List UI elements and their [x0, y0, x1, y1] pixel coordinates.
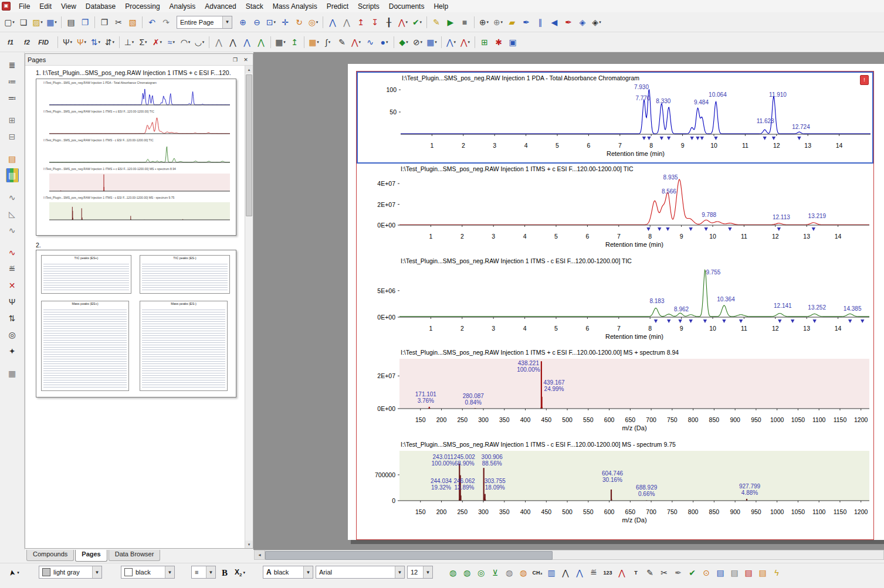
db-open-icon[interactable]: ◍ — [460, 566, 473, 580]
table-icon[interactable]: ▦ — [6, 366, 19, 380]
paste-icon[interactable]: ▧ — [126, 15, 139, 29]
print-preview-icon[interactable]: ❐ — [79, 15, 92, 29]
save-icon[interactable]: ▦▾ — [45, 15, 58, 29]
clean-structure-icon[interactable]: ✒ — [562, 15, 575, 29]
scrollbar-thumb[interactable] — [246, 74, 252, 216]
zoom-spectrum-icon[interactable]: ⊕▾ — [492, 15, 504, 29]
tab-data-browser[interactable]: Data Browser — [109, 550, 161, 561]
font-color-combo[interactable]: A black ▼ — [263, 566, 313, 579]
panel-tags-icon[interactable]: ≕ — [6, 91, 19, 105]
tic-neg-chromatogram-plot[interactable]: 12345678910111213145E+060E+008.1838.9629… — [357, 265, 871, 345]
peak-down-icon[interactable]: ↧ — [368, 15, 381, 29]
document-page[interactable]: I:\Test_Plugin...SMS_pos_neg.RAW Injecti… — [348, 64, 884, 540]
panel-list-icon[interactable]: ≔ — [6, 74, 19, 89]
font-size-combo[interactable]: 12 ▼ — [407, 566, 433, 579]
target-icon[interactable]: ◎ — [6, 328, 19, 342]
bold-button[interactable]: B — [218, 566, 232, 580]
ch3-label-icon[interactable]: CH₃ — [531, 566, 544, 580]
chart-pen-icon[interactable]: ✎ — [336, 35, 348, 49]
subtract-icon[interactable]: ◡▾ — [193, 35, 206, 49]
db-save-icon[interactable]: ◍ — [446, 566, 459, 580]
page-zoom-combo[interactable]: Entire Page ▼ — [177, 16, 232, 29]
threshold-icon[interactable]: ⊥▾ — [123, 35, 136, 49]
ms-pos-spectrum-plot[interactable]: 1502002503003504004505005506006507007508… — [357, 356, 871, 437]
tic-pos-chromatogram-plot[interactable]: 12345678910111213144E+072E+070E+008.5668… — [357, 173, 871, 254]
pan-icon[interactable]: ✛ — [279, 15, 292, 29]
peak-match-icon[interactable]: ⋀▾ — [397, 15, 409, 29]
smooth-icon[interactable]: ≈▾ — [165, 35, 178, 49]
export-word-icon[interactable]: ▤ — [728, 566, 741, 580]
stack-icon[interactable]: ≝ — [587, 566, 600, 580]
menu-item-scripts[interactable]: Scripts — [353, 1, 384, 12]
fill-color-combo[interactable]: light gray ▼ — [39, 566, 102, 579]
warning-badge[interactable]: ! — [860, 75, 869, 85]
scroll-down-icon[interactable]: ▾ — [245, 541, 253, 548]
zoom-in-icon[interactable]: ⊕ — [236, 15, 249, 29]
eraser-icon[interactable]: ▰ — [506, 15, 519, 29]
cut-icon[interactable]: ✂ — [112, 15, 125, 29]
zoom-structure-icon[interactable]: ⊕▾ — [477, 15, 490, 29]
scissors-icon[interactable]: ✂ — [658, 566, 670, 580]
sum-spectra-icon[interactable]: Σ▾ — [137, 35, 150, 49]
chart-panel-ms-pos[interactable]: I:\Test_Plugin...SMS_pos_neg.RAW Injecti… — [357, 347, 873, 439]
db-search-icon[interactable]: ◎ — [475, 566, 487, 580]
menu-item-database[interactable]: Database — [81, 1, 120, 12]
scroll-up-icon[interactable]: ▴ — [245, 66, 253, 73]
draw-icon[interactable]: ✒ — [672, 566, 685, 580]
menu-item-file[interactable]: File — [14, 1, 35, 12]
sort-peaks-icon[interactable]: ⇅▾ — [89, 35, 102, 49]
panel-grid-icon[interactable]: ⊟ — [6, 130, 19, 144]
tab-compounds[interactable]: Compounds — [26, 550, 74, 561]
peak-up-icon[interactable]: ↥ — [354, 15, 367, 29]
float-panel-icon[interactable]: ❐ — [231, 55, 240, 64]
settings-red-icon[interactable]: ✱ — [492, 35, 505, 49]
peaks-gray-icon[interactable]: ⋀ — [340, 15, 353, 29]
peaks-tall-icon[interactable]: ⋀ — [241, 35, 253, 49]
pen-tool-icon[interactable]: ✎ — [643, 566, 656, 580]
table-peaks-icon[interactable]: ▦▾ — [307, 35, 320, 49]
redo-icon[interactable]: ↷ — [160, 15, 172, 29]
export-report-icon[interactable]: ▤ — [714, 566, 727, 580]
page-item-1-label[interactable]: 1. I:\Test_Plugin...SMS_pos_neg.RAW Inje… — [36, 69, 240, 76]
benzene-ring-icon[interactable]: ◈ — [576, 15, 589, 29]
panel-curve-icon[interactable]: ∿ — [6, 191, 19, 205]
peaks-blue-icon[interactable]: ⋀ — [326, 15, 339, 29]
peaks-icon[interactable]: ⋀ — [559, 566, 572, 580]
realtime-icon[interactable]: ▦▾ — [274, 35, 287, 49]
export-green-icon[interactable]: ⊞ — [478, 35, 491, 49]
pda-chromatogram-plot[interactable]: 1234567891011121314100507.7707.9308.3309… — [358, 82, 872, 162]
panel-chart-icon[interactable]: ◺ — [6, 207, 19, 221]
menu-item-advanced[interactable]: Advanced — [200, 1, 241, 12]
fragment-tool-icon[interactable]: ◈▾ — [590, 15, 603, 29]
toolbar-button-f2[interactable]: f2 — [19, 35, 35, 49]
panel-pages-icon[interactable]: ≣ — [6, 58, 19, 72]
hatch-icon[interactable]: ∥ — [534, 15, 547, 29]
stop-macro-icon[interactable]: ■ — [458, 15, 471, 29]
panel-red-curve-icon[interactable]: ∿ — [6, 246, 19, 260]
peak-delete-icon[interactable]: ⋀▾ — [459, 35, 472, 49]
exclude-icon[interactable]: ⊘▾ — [411, 35, 424, 49]
pen-icon[interactable]: ✒ — [520, 15, 533, 29]
verify-icon[interactable]: ✔▾ — [411, 15, 424, 29]
panel-chart2-icon[interactable]: ∿ — [6, 223, 19, 237]
package-icon[interactable]: ▣ — [506, 35, 519, 49]
peak-add-icon[interactable]: ⋀▾ — [445, 35, 458, 49]
droplet-icon[interactable]: ●▾ — [378, 35, 391, 49]
app-icon[interactable]: ▣ — [2, 2, 11, 11]
copy-icon[interactable]: ❐ — [98, 15, 111, 29]
menu-item-view[interactable]: View — [56, 1, 81, 12]
assign-icon[interactable]: ⋀ — [615, 566, 628, 580]
close-panel-icon[interactable]: ✕ — [241, 55, 250, 64]
merge-icon[interactable]: Ψ — [6, 295, 19, 309]
panel-frame-icon[interactable]: ⊞ — [6, 113, 19, 127]
peaks-small-icon[interactable]: ⋀ — [212, 35, 225, 49]
chart-panel-tic-neg[interactable]: I:\Test_Plugin...SMS_pos_neg.RAW Injecti… — [357, 256, 873, 347]
menu-item-predict[interactable]: Predict — [322, 1, 353, 12]
toolbar-button-fid[interactable]: FID — [36, 35, 51, 49]
menu-item-mass-analysis[interactable]: Mass Analysis — [268, 1, 322, 12]
page-thumbnail-2[interactable]: TIC peaks (ES+) TIC peaks (ES-) Mass pea… — [36, 250, 236, 397]
quality-icon[interactable]: ◆▾ — [397, 35, 410, 49]
menu-item-processing[interactable]: Processing — [120, 1, 164, 12]
new-report-icon[interactable]: ❏ — [17, 15, 30, 29]
print-icon[interactable]: ▤ — [65, 15, 77, 29]
